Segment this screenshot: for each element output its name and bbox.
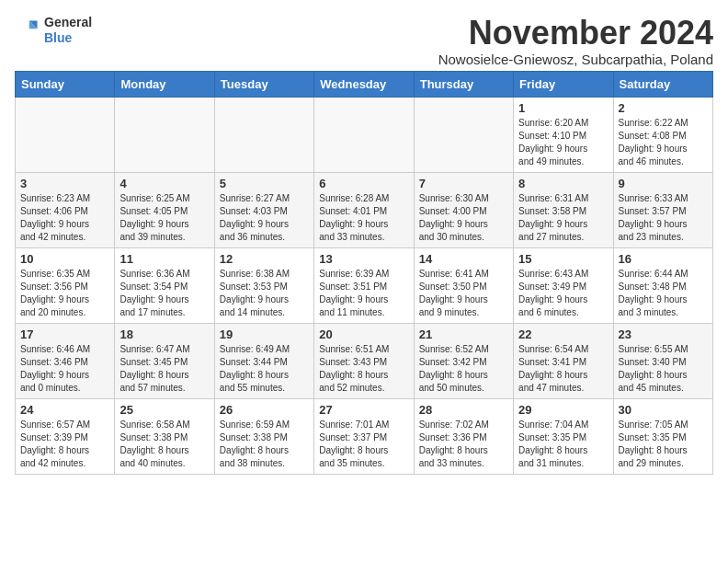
calendar-cell: 17Sunrise: 6:46 AM Sunset: 3:46 PM Dayli… xyxy=(16,323,115,398)
calendar-cell: 2Sunrise: 6:22 AM Sunset: 4:08 PM Daylig… xyxy=(613,97,712,172)
calendar-cell: 6Sunrise: 6:28 AM Sunset: 4:01 PM Daylig… xyxy=(314,172,414,247)
day-info: Sunrise: 7:05 AM Sunset: 3:35 PM Dayligh… xyxy=(619,419,708,470)
calendar-cell: 28Sunrise: 7:02 AM Sunset: 3:36 PM Dayli… xyxy=(414,398,513,474)
weekday-header-wednesday: Wednesday xyxy=(314,71,414,97)
day-number: 24 xyxy=(20,403,109,417)
logo-line2: Blue xyxy=(44,30,92,46)
day-info: Sunrise: 6:41 AM Sunset: 3:50 PM Dayligh… xyxy=(419,268,508,319)
day-info: Sunrise: 6:22 AM Sunset: 4:08 PM Dayligh… xyxy=(619,117,708,168)
calendar-cell: 22Sunrise: 6:54 AM Sunset: 3:41 PM Dayli… xyxy=(514,323,613,398)
day-number: 9 xyxy=(619,177,708,190)
calendar-cell: 26Sunrise: 6:59 AM Sunset: 3:38 PM Dayli… xyxy=(214,398,313,474)
day-info: Sunrise: 6:54 AM Sunset: 3:41 PM Dayligh… xyxy=(518,343,608,395)
title-area: November 2024 Nowosielce-Gniewosz, Subca… xyxy=(438,15,713,67)
day-info: Sunrise: 6:30 AM Sunset: 4:00 PM Dayligh… xyxy=(419,192,508,244)
calendar-cell: 20Sunrise: 6:51 AM Sunset: 3:43 PM Dayli… xyxy=(314,323,414,398)
calendar-cell: 15Sunrise: 6:43 AM Sunset: 3:49 PM Dayli… xyxy=(514,247,613,323)
logo: General Blue xyxy=(15,15,92,46)
day-number: 23 xyxy=(619,327,708,341)
day-number: 7 xyxy=(419,177,508,190)
day-info: Sunrise: 6:58 AM Sunset: 3:38 PM Dayligh… xyxy=(119,419,209,470)
calendar-cell: 7Sunrise: 6:30 AM Sunset: 4:00 PM Daylig… xyxy=(414,172,513,247)
calendar-cell: 27Sunrise: 7:01 AM Sunset: 3:37 PM Dayli… xyxy=(314,398,414,474)
day-info: Sunrise: 7:04 AM Sunset: 3:35 PM Dayligh… xyxy=(518,419,608,470)
calendar-cell: 1Sunrise: 6:20 AM Sunset: 4:10 PM Daylig… xyxy=(514,97,613,172)
location-subtitle: Nowosielce-Gniewosz, Subcarpathia, Polan… xyxy=(438,52,713,67)
day-info: Sunrise: 6:55 AM Sunset: 3:40 PM Dayligh… xyxy=(619,343,708,395)
day-number: 1 xyxy=(518,101,608,115)
weekday-header-row: SundayMondayTuesdayWednesdayThursdayFrid… xyxy=(16,71,713,97)
day-number: 27 xyxy=(319,403,408,417)
calendar-cell xyxy=(314,97,414,172)
day-number: 26 xyxy=(220,403,309,417)
calendar-cell: 12Sunrise: 6:38 AM Sunset: 3:53 PM Dayli… xyxy=(214,247,313,323)
day-number: 13 xyxy=(319,252,408,266)
day-number: 18 xyxy=(119,327,209,341)
day-info: Sunrise: 6:23 AM Sunset: 4:06 PM Dayligh… xyxy=(20,192,109,244)
calendar-week-3: 10Sunrise: 6:35 AM Sunset: 3:56 PM Dayli… xyxy=(16,247,713,323)
day-number: 6 xyxy=(319,177,408,190)
day-info: Sunrise: 6:35 AM Sunset: 3:56 PM Dayligh… xyxy=(20,268,109,319)
calendar-cell xyxy=(16,97,115,172)
day-number: 25 xyxy=(119,403,209,417)
day-number: 20 xyxy=(319,327,408,341)
weekday-header-monday: Monday xyxy=(115,71,214,97)
weekday-header-sunday: Sunday xyxy=(16,71,115,97)
calendar-week-2: 3Sunrise: 6:23 AM Sunset: 4:06 PM Daylig… xyxy=(16,172,713,247)
day-number: 28 xyxy=(419,403,508,417)
day-info: Sunrise: 6:33 AM Sunset: 3:57 PM Dayligh… xyxy=(619,192,708,244)
day-number: 21 xyxy=(419,327,508,341)
day-info: Sunrise: 6:44 AM Sunset: 3:48 PM Dayligh… xyxy=(619,268,708,319)
calendar-cell: 24Sunrise: 6:57 AM Sunset: 3:39 PM Dayli… xyxy=(16,398,115,474)
calendar-cell: 16Sunrise: 6:44 AM Sunset: 3:48 PM Dayli… xyxy=(613,247,712,323)
calendar-cell: 23Sunrise: 6:55 AM Sunset: 3:40 PM Dayli… xyxy=(613,323,712,398)
calendar-week-5: 24Sunrise: 6:57 AM Sunset: 3:39 PM Dayli… xyxy=(16,398,713,474)
day-info: Sunrise: 6:49 AM Sunset: 3:44 PM Dayligh… xyxy=(220,343,309,395)
weekday-header-thursday: Thursday xyxy=(414,71,513,97)
calendar-cell: 29Sunrise: 7:04 AM Sunset: 3:35 PM Dayli… xyxy=(514,398,613,474)
logo-line1: General xyxy=(44,15,92,30)
day-info: Sunrise: 6:36 AM Sunset: 3:54 PM Dayligh… xyxy=(119,268,209,319)
day-number: 17 xyxy=(20,327,109,341)
day-number: 2 xyxy=(619,101,708,115)
day-info: Sunrise: 7:01 AM Sunset: 3:37 PM Dayligh… xyxy=(319,419,408,470)
calendar-cell: 13Sunrise: 6:39 AM Sunset: 3:51 PM Dayli… xyxy=(314,247,414,323)
calendar-week-4: 17Sunrise: 6:46 AM Sunset: 3:46 PM Dayli… xyxy=(16,323,713,398)
day-number: 8 xyxy=(518,177,608,190)
day-info: Sunrise: 6:51 AM Sunset: 3:43 PM Dayligh… xyxy=(319,343,408,395)
weekday-header-saturday: Saturday xyxy=(613,71,712,97)
logo-icon xyxy=(15,17,40,43)
calendar-cell: 30Sunrise: 7:05 AM Sunset: 3:35 PM Dayli… xyxy=(613,398,712,474)
calendar-cell: 21Sunrise: 6:52 AM Sunset: 3:42 PM Dayli… xyxy=(414,323,513,398)
calendar-cell: 3Sunrise: 6:23 AM Sunset: 4:06 PM Daylig… xyxy=(16,172,115,247)
page-header: General Blue November 2024 Nowosielce-Gn… xyxy=(15,15,713,67)
day-info: Sunrise: 6:38 AM Sunset: 3:53 PM Dayligh… xyxy=(220,268,309,319)
calendar-cell: 14Sunrise: 6:41 AM Sunset: 3:50 PM Dayli… xyxy=(414,247,513,323)
calendar-cell xyxy=(214,97,313,172)
day-info: Sunrise: 6:57 AM Sunset: 3:39 PM Dayligh… xyxy=(20,419,109,470)
calendar-table: SundayMondayTuesdayWednesdayThursdayFrid… xyxy=(15,71,713,475)
calendar-cell: 11Sunrise: 6:36 AM Sunset: 3:54 PM Dayli… xyxy=(115,247,214,323)
logo-text: General Blue xyxy=(44,15,92,46)
day-info: Sunrise: 6:28 AM Sunset: 4:01 PM Dayligh… xyxy=(319,192,408,244)
day-number: 11 xyxy=(119,252,209,266)
calendar-cell: 10Sunrise: 6:35 AM Sunset: 3:56 PM Dayli… xyxy=(16,247,115,323)
month-title: November 2024 xyxy=(438,15,713,52)
calendar-cell xyxy=(414,97,513,172)
day-info: Sunrise: 6:31 AM Sunset: 3:58 PM Dayligh… xyxy=(518,192,608,244)
calendar-cell: 4Sunrise: 6:25 AM Sunset: 4:05 PM Daylig… xyxy=(115,172,214,247)
day-number: 19 xyxy=(220,327,309,341)
calendar-cell: 18Sunrise: 6:47 AM Sunset: 3:45 PM Dayli… xyxy=(115,323,214,398)
calendar-cell xyxy=(115,97,214,172)
day-info: Sunrise: 6:20 AM Sunset: 4:10 PM Dayligh… xyxy=(518,117,608,168)
day-info: Sunrise: 6:39 AM Sunset: 3:51 PM Dayligh… xyxy=(319,268,408,319)
calendar-week-1: 1Sunrise: 6:20 AM Sunset: 4:10 PM Daylig… xyxy=(16,97,713,172)
day-info: Sunrise: 6:27 AM Sunset: 4:03 PM Dayligh… xyxy=(220,192,309,244)
calendar-cell: 19Sunrise: 6:49 AM Sunset: 3:44 PM Dayli… xyxy=(214,323,313,398)
day-info: Sunrise: 6:59 AM Sunset: 3:38 PM Dayligh… xyxy=(220,419,309,470)
day-number: 22 xyxy=(518,327,608,341)
day-number: 10 xyxy=(20,252,109,266)
calendar-cell: 5Sunrise: 6:27 AM Sunset: 4:03 PM Daylig… xyxy=(214,172,313,247)
weekday-header-tuesday: Tuesday xyxy=(214,71,313,97)
day-info: Sunrise: 6:52 AM Sunset: 3:42 PM Dayligh… xyxy=(419,343,508,395)
